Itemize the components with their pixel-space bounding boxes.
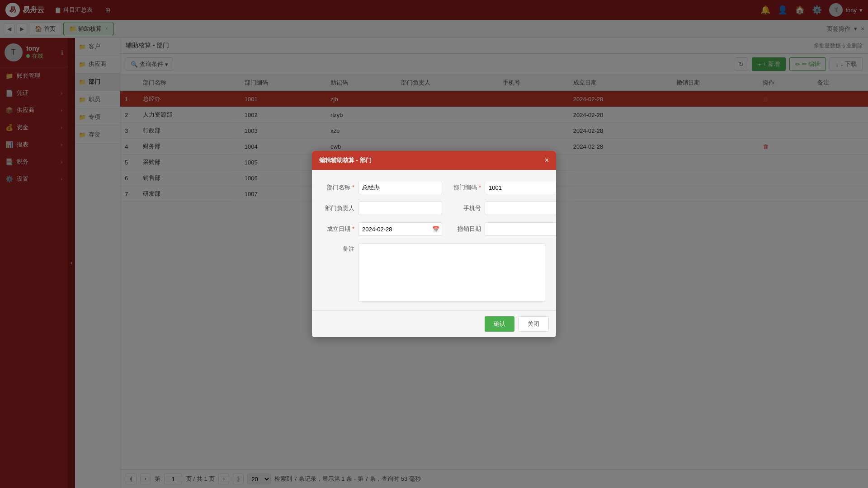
form-group-dept-name: 部门名称: [323, 181, 442, 194]
notes-row: 备注: [323, 243, 545, 303]
dept-name-input[interactable]: [358, 181, 442, 194]
dept-code-label: 部门编码: [449, 183, 481, 192]
form-group-dept-code: 部门编码: [449, 181, 556, 194]
calendar-icon-create[interactable]: 📅: [432, 226, 439, 233]
form-group-dept-head: 部门负责人: [323, 202, 442, 215]
dialog-title: 编辑辅助核算 - 部门: [319, 156, 372, 164]
cancel-date-wrap: 📅: [485, 222, 556, 236]
create-date-wrap: 📅: [358, 222, 442, 236]
notes-input-wrap: [358, 243, 545, 303]
form-group-create-date: 成立日期 📅: [323, 222, 442, 236]
form-row-2: 部门负责人 手机号: [323, 202, 545, 215]
dept-name-label: 部门名称: [323, 183, 354, 192]
phone-input[interactable]: [485, 202, 556, 215]
confirm-btn[interactable]: 确认: [485, 316, 514, 332]
create-date-input[interactable]: [358, 222, 442, 236]
dialog-close-btn[interactable]: ×: [545, 156, 549, 164]
create-date-label: 成立日期: [323, 225, 354, 233]
dept-head-label: 部门负责人: [323, 204, 354, 212]
cancel-date-label: 撤销日期: [449, 225, 481, 233]
dialog-header: 编辑辅助核算 - 部门 ×: [312, 151, 556, 170]
dialog-overlay: 编辑辅助核算 - 部门 × 部门名称 部门编码 部门负责人: [0, 0, 868, 488]
phone-label: 手机号: [449, 204, 481, 212]
form-row-1: 部门名称 部门编码: [323, 181, 545, 194]
form-group-phone: 手机号: [449, 202, 556, 215]
dialog-body: 部门名称 部门编码 部门负责人 手机号: [312, 170, 556, 310]
edit-dialog: 编辑辅助核算 - 部门 × 部门名称 部门编码 部门负责人: [312, 151, 556, 337]
dept-code-input[interactable]: [485, 181, 556, 194]
cancel-btn[interactable]: 关闭: [518, 316, 549, 332]
cancel-date-input[interactable]: [485, 222, 556, 236]
form-row-3: 成立日期 📅 撤销日期 📅: [323, 222, 545, 236]
form-group-cancel-date: 撤销日期 📅: [449, 222, 556, 236]
dept-head-input[interactable]: [358, 202, 442, 215]
notes-textarea[interactable]: [358, 243, 545, 302]
dialog-footer: 确认 关闭: [312, 310, 556, 337]
notes-label: 备注: [323, 243, 354, 253]
